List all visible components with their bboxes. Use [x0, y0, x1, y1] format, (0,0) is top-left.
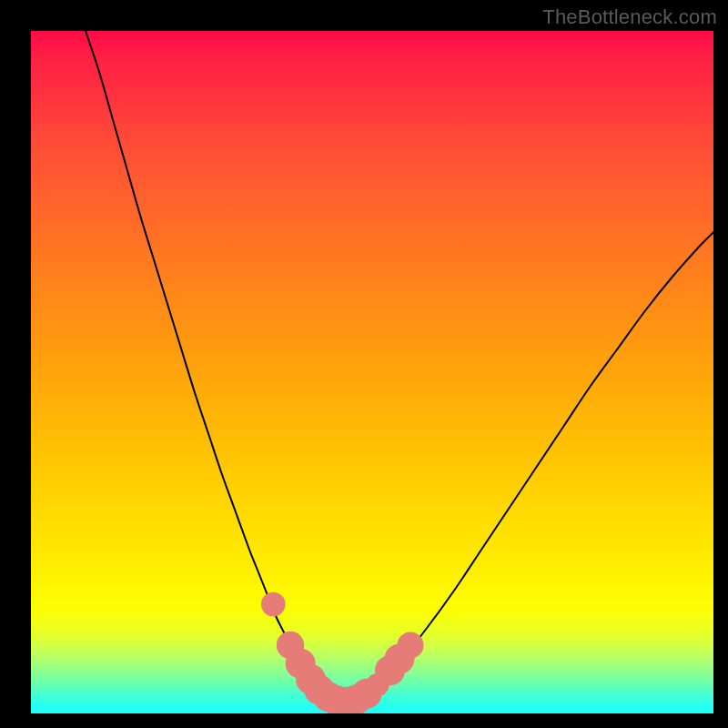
plot-area	[31, 31, 713, 713]
chart-frame: TheBottleneck.com	[0, 0, 728, 728]
gradient-background	[31, 31, 713, 713]
watermark-text: TheBottleneck.com	[542, 5, 717, 29]
